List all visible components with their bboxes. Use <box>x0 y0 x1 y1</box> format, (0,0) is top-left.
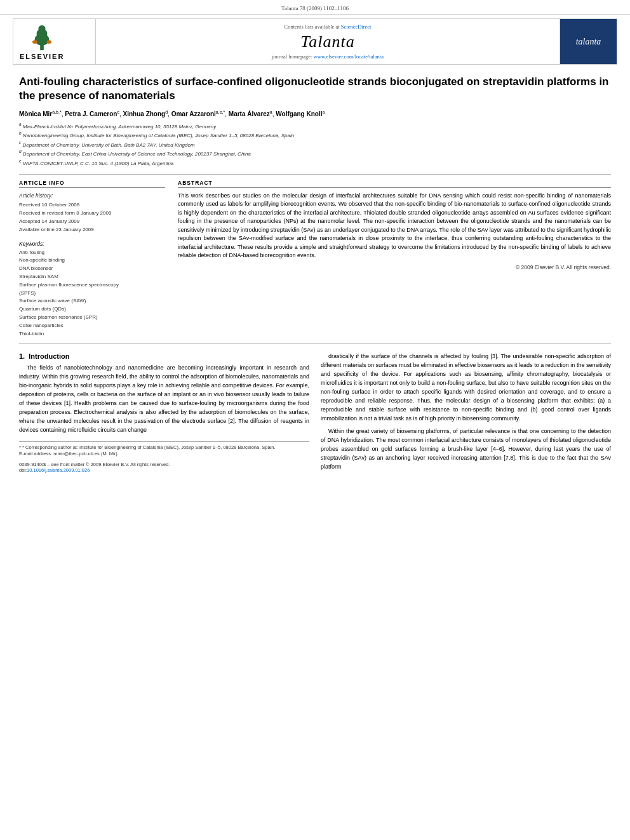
affiliations: a Max-Planck-Institut für Polymerforschu… <box>19 121 611 168</box>
keyword-8: Quantum dots (QDs) <box>19 305 165 314</box>
abstract-col: ABSTRACT This work describes our studies… <box>178 180 611 338</box>
page: Talanta 78 (2009) 1102–1106 ELSEVIER <box>0 0 630 840</box>
divider-1 <box>19 174 611 175</box>
svg-point-3 <box>39 25 46 32</box>
authors-text: Mònica Mira,b,*, Petra J. Cameronc, Xinh… <box>19 110 325 117</box>
keyword-11: Thiol-biotin <box>19 330 165 338</box>
affil-e: e INIFTA-CONICET-UNLP, C.C. 16 Suc. 4 (1… <box>19 158 611 168</box>
journal-header-bar: ELSEVIER Contents lists available at Sci… <box>13 18 617 65</box>
intro-body: The fields of nanobiotechnology and nano… <box>19 364 309 435</box>
abstract-text: This work describes our studies on the m… <box>178 192 611 260</box>
article-title: Anti-fouling characteristics of surface-… <box>19 75 611 103</box>
intro-para-1: The fields of nanobiotechnology and nano… <box>19 364 309 435</box>
author-wolfgang-knoll: Wolfgang Knoll <box>276 110 322 117</box>
elsevier-logo: ELSEVIER <box>20 23 64 60</box>
elsevier-logo-area: ELSEVIER <box>13 19 96 64</box>
keywords-list: Anti-fouling Non-specific binding DNA bi… <box>19 249 165 338</box>
affil-b: b Nanobioengineering Group, Institute fo… <box>19 130 611 140</box>
keywords-label: Keywords: <box>19 241 165 247</box>
footnote-star-text: * * Corresponding author at: Institute f… <box>19 444 276 450</box>
article-info-abstract: ARTICLE INFO Article history: Received 1… <box>19 180 611 338</box>
author-petra-cameron: Petra J. Cameron <box>65 110 117 117</box>
contents-line: Contents lists available at ScienceDirec… <box>285 23 372 30</box>
article-info-label: ARTICLE INFO <box>19 180 165 188</box>
keyword-6: (SPFS) <box>19 290 165 298</box>
authors-line: Mònica Mira,b,*, Petra J. Cameronc, Xinh… <box>19 109 611 117</box>
intro-heading: 1. Introduction <box>19 352 309 360</box>
keyword-5: Surface plasmon fluorescence spectroscop… <box>19 281 165 290</box>
sciencedirect-link[interactable]: ScienceDirect <box>341 23 372 30</box>
svg-point-4 <box>32 40 37 44</box>
keyword-3: DNA biosensor <box>19 265 165 273</box>
author-xinhua-zhong: Xinhua Zhong <box>123 110 166 117</box>
divider-2 <box>19 343 611 343</box>
issn-text: 0039-9140/$ – see front matter © 2009 El… <box>19 462 309 467</box>
body-right-text: drastically if the surface of the channe… <box>321 352 611 471</box>
keyword-1: Anti-fouling <box>19 249 165 257</box>
keyword-4: Streptavidin SAM <box>19 273 165 281</box>
revised-date: Received in revised form 8 January 2009 <box>19 210 111 216</box>
talanta-logo-text: talanta <box>576 37 601 47</box>
body-left-col: 1. Introduction The fields of nanobiotec… <box>19 352 309 475</box>
keyword-10: CdSe nanoparticles <box>19 322 165 330</box>
volume-info: Talanta 78 (2009) 1102–1106 <box>0 0 630 15</box>
body-right-col: drastically if the surface of the channe… <box>321 352 611 475</box>
journal-title: Talanta <box>300 32 355 51</box>
article-history: Article history: Received 10 October 200… <box>19 192 165 234</box>
homepage-link[interactable]: www.elsevier.com/locate/talanta <box>314 53 384 60</box>
volume-text: Talanta 78 (2009) 1102–1106 <box>281 5 349 11</box>
footnote-email: E-mail address: mmir@ibec.pcb.ub.es (M. … <box>19 451 309 458</box>
elsevier-wordmark: ELSEVIER <box>20 53 64 60</box>
doi-text: doi:10.1016/j.talanta.2009.01.026 <box>19 467 309 473</box>
available-date: Available online 23 January 2009 <box>19 227 94 232</box>
copyright-text: © 2009 Elsevier B.V. All rights reserved… <box>178 264 611 270</box>
author-omar-azzaroni: Omar Azzaroni <box>171 110 216 117</box>
received-date: Received 10 October 2008 <box>19 202 79 208</box>
article-content: Anti-fouling characteristics of surface-… <box>0 69 630 482</box>
affil-c: c Department of Chemistry, University of… <box>19 140 611 149</box>
history-label: Article history: <box>19 192 165 201</box>
keyword-2: Non-specific binding <box>19 257 165 265</box>
affil-d: d Department of Chemistry, East China Un… <box>19 149 611 158</box>
talanta-logo-area: talanta <box>560 19 617 64</box>
keywords-section: Keywords: Anti-fouling Non-specific bind… <box>19 241 165 338</box>
body-text-area: 1. Introduction The fields of nanobiotec… <box>19 352 611 475</box>
intro-number: 1. <box>19 352 29 360</box>
abstract-label: ABSTRACT <box>178 180 611 188</box>
article-info-col: ARTICLE INFO Article history: Received 1… <box>19 180 165 338</box>
svg-point-5 <box>47 40 52 44</box>
journal-homepage: journal homepage: www.elsevier.com/locat… <box>272 53 384 60</box>
footnote-star: * * Corresponding author at: Institute f… <box>19 444 309 451</box>
author-monica-mir: Mònica Mir <box>19 110 52 117</box>
body-para-3: Within the great variety of biosensing p… <box>321 427 611 472</box>
journal-center: Contents lists available at ScienceDirec… <box>96 19 560 64</box>
keyword-9: Surface plasmon resonance (SPR) <box>19 314 165 322</box>
doi-link[interactable]: 10.1016/j.talanta.2009.01.026 <box>27 467 90 473</box>
footnote-area: * * Corresponding author at: Institute f… <box>19 441 309 473</box>
keyword-7: Surface acoustic wave (SAW) <box>19 297 165 305</box>
accepted-date: Accepted 14 January 2009 <box>19 218 79 224</box>
author-marta-alvarez: Marta Álvarez <box>229 110 270 117</box>
affil-a: a Max-Planck-Institut für Polymerforschu… <box>19 121 611 131</box>
intro-title: Introduction <box>29 352 69 360</box>
elsevier-tree-icon <box>26 23 58 51</box>
body-para-2: drastically if the surface of the channe… <box>321 352 611 423</box>
